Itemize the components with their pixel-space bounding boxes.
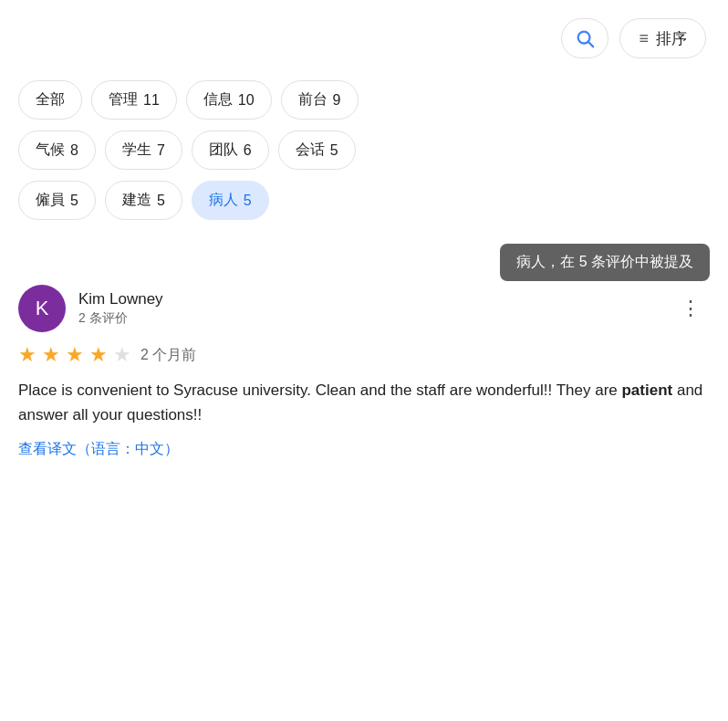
tag-patient-label: 病人 [209, 191, 238, 210]
tag-frontdesk-count: 9 [333, 92, 341, 109]
sort-button[interactable]: ≡ 排序 [619, 18, 706, 58]
tag-info-label: 信息 [203, 90, 233, 110]
tags-row-1: 全部 管理 11 信息 10 前台 9 [18, 80, 710, 120]
tag-patient-count: 5 [244, 193, 252, 209]
filter-icon: ≡ [639, 29, 649, 48]
star-4: ★ [89, 343, 108, 367]
tag-info-count: 10 [238, 92, 255, 109]
review-bold-word: patient [621, 381, 672, 399]
tag-climate-label: 气候 [36, 141, 65, 160]
star-3: ★ [66, 343, 84, 367]
tag-student-label: 学生 [122, 141, 151, 160]
tag-frontdesk-label: 前台 [298, 90, 328, 110]
tag-student[interactable]: 学生 7 [105, 131, 182, 170]
reviewer-review-count: 2 条评价 [78, 310, 660, 327]
translate-link[interactable]: 查看译文（语言：中文） [18, 441, 179, 456]
tag-conversation[interactable]: 会话 5 [278, 131, 356, 170]
star-1: ★ [18, 343, 36, 367]
svg-line-1 [589, 42, 594, 47]
stars-row: ★ ★ ★ ★ ★ 2 个月前 [18, 343, 710, 367]
tags-section: 全部 管理 11 信息 10 前台 9 气候 8 学生 7 团队 6 会话 [0, 73, 728, 220]
tag-management-label: 管理 [109, 90, 138, 110]
star-2: ★ [42, 343, 60, 367]
tag-team-count: 6 [244, 142, 252, 159]
tooltip-box: 病人，在 5 条评价中被提及 [500, 244, 710, 281]
review-text-before-bold: Place is convenient to Syracuse universi… [18, 381, 621, 399]
tag-conversation-label: 会话 [296, 141, 325, 160]
top-bar: ≡ 排序 [0, 0, 728, 73]
tag-all-label: 全部 [36, 90, 65, 110]
tooltip-area: 病人，在 5 条评价中被提及 [18, 242, 710, 281]
tag-employee[interactable]: 僱員 5 [18, 181, 96, 220]
time-ago: 2 个月前 [140, 346, 196, 365]
tag-info[interactable]: 信息 10 [186, 80, 272, 120]
reviewer-row: K Kim Lowney 2 条评价 ⋮ [18, 285, 710, 332]
tags-row-2: 气候 8 学生 7 团队 6 会话 5 [18, 131, 710, 170]
tag-all[interactable]: 全部 [18, 80, 82, 120]
review-text: Place is convenient to Syracuse universi… [18, 378, 710, 427]
sort-label: 排序 [656, 28, 687, 49]
tag-construction[interactable]: 建造 5 [105, 181, 182, 220]
more-options-button[interactable]: ⋮ [673, 293, 710, 324]
tag-team-label: 团队 [209, 141, 238, 160]
avatar-initial: K [36, 297, 49, 320]
tags-row-3: 僱員 5 建造 5 病人 5 [18, 181, 710, 220]
search-icon [575, 28, 595, 48]
reviewer-info: Kim Lowney 2 条评价 [78, 290, 660, 327]
tag-team[interactable]: 团队 6 [192, 131, 269, 170]
review-section: 病人，在 5 条评价中被提及 K Kim Lowney 2 条评价 ⋮ ★ ★ … [0, 231, 728, 459]
tag-student-count: 7 [157, 142, 165, 159]
tag-construction-count: 5 [157, 193, 165, 209]
tag-management-count: 11 [143, 92, 160, 109]
star-5: ★ [113, 343, 131, 367]
tag-patient[interactable]: 病人 5 [192, 181, 269, 220]
tag-employee-label: 僱員 [36, 191, 65, 210]
tag-construction-label: 建造 [122, 191, 151, 210]
tag-management[interactable]: 管理 11 [91, 80, 177, 120]
reviewer-name: Kim Lowney [78, 290, 660, 308]
tag-climate[interactable]: 气候 8 [18, 131, 96, 170]
tag-conversation-count: 5 [330, 142, 338, 159]
search-button[interactable] [561, 18, 608, 58]
tag-employee-count: 5 [70, 193, 78, 209]
avatar: K [18, 285, 66, 332]
tag-frontdesk[interactable]: 前台 9 [281, 80, 359, 120]
tag-climate-count: 8 [70, 142, 78, 159]
